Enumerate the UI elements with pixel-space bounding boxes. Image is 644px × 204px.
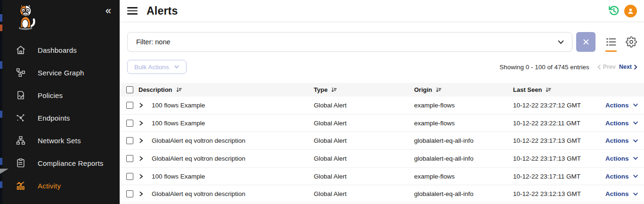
table-row: 100 flows Example Global Alert example-f…	[120, 168, 644, 186]
expand-row-icon[interactable]	[139, 138, 152, 143]
chevron-down-icon	[633, 173, 638, 179]
table-row: GlobalAlert eq voltron description Globa…	[120, 150, 644, 168]
policies-icon	[15, 90, 26, 101]
row-checkbox[interactable]	[126, 102, 133, 109]
row-checkbox[interactable]	[126, 190, 133, 197]
filter-toolbar: Filter: none	[120, 22, 644, 52]
sidebar-item-service-graph[interactable]: Service Graph	[2, 61, 120, 84]
sidebar-item-label: Compliance Reports	[38, 159, 104, 167]
row-checkbox[interactable]	[126, 155, 133, 162]
actions-label: Actions	[605, 190, 629, 197]
prev-page-button[interactable]: Prev	[597, 64, 616, 70]
sidebar-item-dashboards[interactable]: Dashboards	[2, 39, 120, 61]
alerts-table: Description Type Origin Last Seen 100 fl…	[120, 83, 644, 203]
row-actions-dropdown[interactable]: Actions	[605, 173, 644, 180]
column-header-type[interactable]: Type	[314, 86, 414, 93]
chevron-down-icon	[633, 102, 638, 108]
expand-row-icon[interactable]	[139, 174, 152, 179]
row-actions-dropdown[interactable]: Actions	[605, 137, 644, 144]
compliance-reports-icon	[15, 157, 26, 169]
column-label: Description	[139, 86, 172, 93]
column-header-last-seen[interactable]: Last Seen	[513, 86, 605, 93]
column-label: Last Seen	[513, 86, 542, 93]
chevron-down-icon	[557, 39, 564, 46]
home-icon	[15, 44, 26, 56]
sidebar-item-label: Network Sets	[38, 137, 81, 145]
cell-origin: globalalert-eq-all-info	[414, 190, 513, 197]
edge-dash	[0, 24, 2, 31]
sidebar-item-policies[interactable]: Policies	[2, 84, 120, 106]
expand-row-icon[interactable]	[139, 156, 152, 161]
sidebar-item-compliance-reports[interactable]: Compliance Reports	[2, 152, 120, 174]
cell-type: Global Alert	[314, 137, 414, 144]
chevron-down-icon	[633, 120, 638, 126]
edge-dash	[0, 14, 2, 22]
user-avatar-icon[interactable]	[624, 5, 637, 17]
sidebar-item-network-sets[interactable]: Network Sets	[2, 129, 120, 152]
endpoints-icon	[15, 112, 26, 123]
chevron-down-icon	[633, 138, 638, 144]
edge-dash	[0, 158, 2, 165]
activity-icon	[15, 180, 26, 191]
cell-description: 100 flows Example	[152, 102, 314, 109]
column-label: Origin	[414, 86, 432, 93]
hamburger-menu-icon[interactable]	[127, 7, 138, 15]
column-header-description[interactable]: Description	[139, 86, 314, 93]
table-toolbar: Bulk Actions Showing 0 - 100 of 4745 ent…	[120, 52, 644, 74]
sort-icon	[331, 87, 337, 93]
settings-gear-icon[interactable]	[626, 32, 637, 52]
sort-icon	[545, 87, 551, 93]
sidebar-item-label: Dashboards	[38, 46, 77, 54]
collapse-sidebar-icon[interactable]: «	[106, 6, 111, 16]
column-header-origin[interactable]: Origin	[414, 86, 513, 93]
row-actions-dropdown[interactable]: Actions	[605, 190, 644, 197]
sidebar: « Dashboards Service Graph	[2, 0, 120, 204]
cell-origin: example-flows	[414, 102, 513, 109]
page-header: Alerts	[120, 0, 644, 22]
filter-dropdown[interactable]: Filter: none	[127, 32, 572, 52]
chevron-down-icon	[633, 155, 638, 161]
row-checkbox[interactable]	[126, 120, 133, 127]
chevron-right-icon	[634, 65, 637, 70]
sidebar-item-label: Policies	[38, 91, 63, 99]
sidebar-item-label: Service Graph	[38, 69, 84, 77]
cell-description: 100 flows Example	[152, 120, 314, 127]
filter-value: Filter: none	[136, 38, 171, 46]
row-actions-dropdown[interactable]: Actions	[605, 102, 644, 109]
sidebar-item-endpoints[interactable]: Endpoints	[2, 106, 120, 129]
sort-icon	[435, 87, 441, 93]
pagination: Showing 0 - 100 of 4745 entries Prev Nex…	[499, 64, 637, 71]
expand-row-icon[interactable]	[139, 103, 152, 108]
screen-corner-artifact	[0, 169, 8, 179]
next-label: Next	[619, 64, 632, 70]
chevron-left-icon	[597, 65, 601, 70]
history-icon[interactable]	[608, 5, 620, 17]
select-all-checkbox[interactable]	[126, 86, 133, 93]
row-checkbox[interactable]	[126, 137, 133, 144]
sort-icon	[176, 87, 182, 93]
cell-last-seen: 10-12-22 23:12:13 GMT	[513, 190, 605, 197]
calico-cat-logo	[13, 3, 39, 31]
expand-row-icon[interactable]	[139, 121, 152, 126]
expand-row-icon[interactable]	[139, 191, 152, 196]
row-actions-dropdown[interactable]: Actions	[605, 155, 644, 162]
sidebar-nav: Dashboards Service Graph Policies	[2, 39, 120, 204]
chevron-down-icon	[174, 64, 179, 70]
cell-description: GlobalAlert eq voltron description	[152, 137, 314, 144]
table-header-row: Description Type Origin Last Seen	[120, 83, 644, 97]
actions-label: Actions	[605, 155, 629, 162]
row-actions-dropdown[interactable]: Actions	[605, 120, 644, 127]
network-sets-icon	[15, 135, 26, 146]
actions-label: Actions	[605, 102, 629, 109]
row-checkbox[interactable]	[126, 173, 133, 180]
sidebar-item-activity[interactable]: Activity	[2, 174, 120, 197]
actions-label: Actions	[605, 173, 629, 180]
list-view-icon[interactable]	[605, 32, 617, 52]
service-graph-icon	[15, 67, 26, 78]
cell-last-seen: 10-12-22 23:17:13 GMT	[513, 155, 605, 162]
clear-filter-button[interactable]	[576, 32, 595, 52]
prev-label: Prev	[603, 64, 616, 70]
next-page-button[interactable]: Next	[619, 64, 637, 70]
cell-last-seen: 10-12-22 23:17:13 GMT	[513, 137, 605, 144]
bulk-actions-button[interactable]: Bulk Actions	[127, 60, 187, 74]
